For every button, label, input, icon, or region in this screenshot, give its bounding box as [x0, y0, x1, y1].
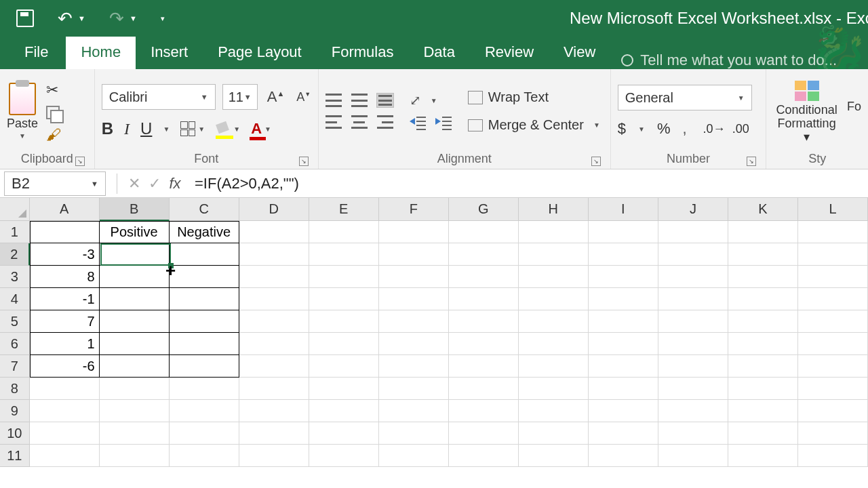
cell-C7[interactable] [170, 355, 239, 378]
cell-H2[interactable] [519, 243, 589, 266]
cell-K11[interactable] [728, 445, 798, 467]
cell-E11[interactable] [309, 445, 379, 467]
qat-customize-button[interactable]: ▾ [161, 14, 165, 23]
cell-K6[interactable] [728, 333, 798, 355]
comma-format-button[interactable]: , [682, 120, 686, 138]
copy-button[interactable] [46, 106, 60, 119]
row-header[interactable]: 2 [0, 243, 30, 266]
row-header[interactable]: 3 [0, 266, 30, 288]
col-header-A[interactable]: A [30, 198, 100, 221]
cell-F3[interactable] [379, 266, 449, 288]
cell-I6[interactable] [589, 333, 658, 355]
cell-I9[interactable] [589, 400, 658, 422]
cell-A3[interactable]: 8 [30, 266, 100, 288]
cell-G7[interactable] [449, 355, 519, 378]
cell-B11[interactable] [100, 445, 170, 467]
cell-L6[interactable] [798, 333, 868, 355]
cell-G2[interactable] [449, 243, 519, 266]
cell-H9[interactable] [519, 400, 589, 422]
cell-A9[interactable] [30, 400, 100, 422]
row-header[interactable]: 11 [0, 445, 30, 467]
cell-G6[interactable] [449, 333, 519, 355]
col-header-B[interactable]: B [100, 198, 170, 221]
select-all-button[interactable] [0, 198, 30, 221]
cell-B1[interactable]: Positive [100, 221, 170, 243]
redo-button[interactable]: ↷ ▼ [109, 8, 137, 29]
align-bottom-button[interactable] [377, 94, 393, 107]
enter-formula-button[interactable]: ✓ [144, 175, 165, 192]
cell-H11[interactable] [519, 445, 589, 467]
format-as-table-button[interactable]: Fo [847, 100, 861, 114]
cell-D1[interactable] [239, 221, 309, 243]
dialog-launcher-icon[interactable]: ↘ [747, 157, 756, 166]
cell-K8[interactable] [728, 378, 798, 400]
cell-E9[interactable] [309, 400, 379, 422]
cell-E4[interactable] [309, 288, 379, 310]
merge-center-button[interactable]: Merge & Center ▼ [468, 117, 600, 133]
cell-B9[interactable] [100, 400, 170, 422]
cell-F7[interactable] [379, 355, 449, 378]
row-header[interactable]: 1 [0, 221, 30, 243]
align-left-button[interactable] [326, 115, 342, 129]
align-right-button[interactable] [377, 115, 393, 129]
cell-K10[interactable] [728, 422, 798, 445]
cell-I8[interactable] [589, 378, 658, 400]
format-painter-button[interactable]: 🖌 [46, 126, 61, 144]
decrease-indent-button[interactable] [410, 117, 426, 130]
tab-home[interactable]: Home [66, 37, 136, 69]
cell-J11[interactable] [658, 445, 728, 467]
cell-E8[interactable] [309, 378, 379, 400]
cell-H1[interactable] [519, 221, 589, 243]
chevron-down-icon[interactable]: ▼ [431, 97, 437, 104]
orientation-button[interactable]: ⤢ [410, 92, 421, 108]
col-header-F[interactable]: F [379, 198, 449, 221]
col-header-H[interactable]: H [519, 198, 589, 221]
col-header-D[interactable]: D [239, 198, 309, 221]
tab-insert[interactable]: Insert [136, 37, 203, 69]
cell-J4[interactable] [658, 288, 728, 310]
cell-I5[interactable] [589, 310, 658, 333]
cell-L2[interactable] [798, 243, 868, 266]
col-header-J[interactable]: J [658, 198, 728, 221]
cell-I7[interactable] [589, 355, 658, 378]
cell-B5[interactable] [100, 310, 170, 333]
col-header-K[interactable]: K [728, 198, 798, 221]
fill-color-button[interactable]: ▼ [216, 123, 240, 135]
cell-H4[interactable] [519, 288, 589, 310]
cell-H3[interactable] [519, 266, 589, 288]
cell-J1[interactable] [658, 221, 728, 243]
cell-B2[interactable] [100, 243, 170, 266]
shrink-font-button[interactable]: A▼ [294, 90, 313, 104]
cell-K1[interactable] [728, 221, 798, 243]
row-header[interactable]: 8 [0, 378, 30, 400]
percent-format-button[interactable]: % [657, 120, 671, 138]
cell-I2[interactable] [589, 243, 658, 266]
cell-D11[interactable] [239, 445, 309, 467]
row-header[interactable]: 5 [0, 310, 30, 333]
col-header-I[interactable]: I [589, 198, 658, 221]
cell-E3[interactable] [309, 266, 379, 288]
cell-I1[interactable] [589, 221, 658, 243]
decrease-decimal-button[interactable]: .00 [732, 122, 749, 136]
cell-E6[interactable] [309, 333, 379, 355]
chevron-down-icon[interactable]: ▼ [638, 125, 645, 133]
cell-J9[interactable] [658, 400, 728, 422]
cell-C3[interactable] [170, 266, 239, 288]
cell-D2[interactable] [239, 243, 309, 266]
cell-D5[interactable] [239, 310, 309, 333]
cell-L11[interactable] [798, 445, 868, 467]
grow-font-button[interactable]: A▲ [264, 88, 288, 106]
spreadsheet[interactable]: A B C D E F G H I J K L 1PositiveNegativ… [0, 198, 868, 467]
cell-E1[interactable] [309, 221, 379, 243]
cell-B7[interactable] [100, 355, 170, 378]
row-header[interactable]: 6 [0, 333, 30, 355]
cell-L5[interactable] [798, 310, 868, 333]
align-middle-button[interactable] [351, 94, 368, 107]
cell-E10[interactable] [309, 422, 379, 445]
cell-C2[interactable] [170, 243, 239, 266]
cell-F10[interactable] [379, 422, 449, 445]
cell-G8[interactable] [449, 378, 519, 400]
cell-J2[interactable] [658, 243, 728, 266]
cell-L4[interactable] [798, 288, 868, 310]
cell-H7[interactable] [519, 355, 589, 378]
